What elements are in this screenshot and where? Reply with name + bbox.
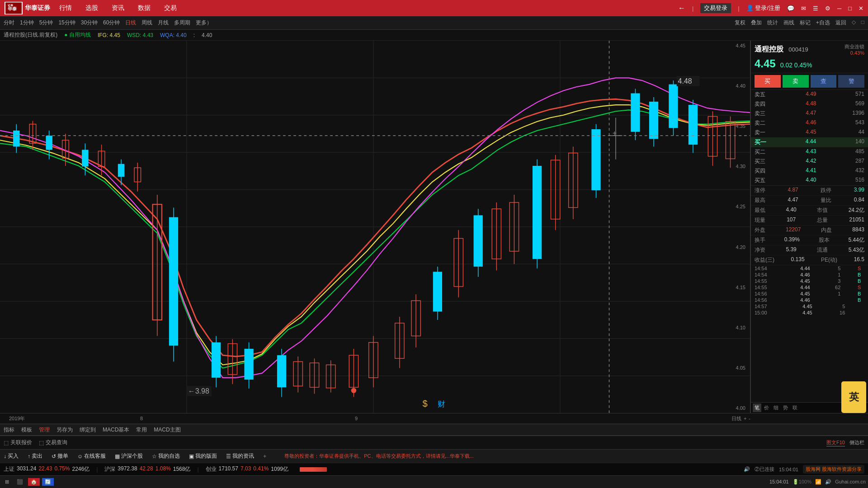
time-btn-60m[interactable]: 60分钟 — [103, 19, 120, 27]
buy5-vol: 516 — [837, 177, 864, 184]
sell3-price: 4.47 — [789, 110, 816, 117]
time-btn-more[interactable]: 更多） — [196, 19, 212, 27]
stock-code: 000419 — [788, 46, 808, 53]
sell-action[interactable]: ↑ 卖出 — [28, 452, 42, 460]
trade-query-icon: ⬚ — [39, 440, 44, 446]
tab-detail[interactable]: 细 — [772, 404, 780, 412]
query-button[interactable]: 查 — [811, 75, 837, 88]
f10-btn[interactable]: 图文F10 — [826, 439, 845, 446]
minimize-icon[interactable]: ─ — [837, 5, 841, 12]
ind-btn-indicator[interactable]: 指标 — [4, 426, 14, 434]
online-service-action[interactable]: ☺ 在线客服 — [77, 452, 106, 460]
zoom-minus[interactable]: - — [749, 416, 750, 421]
stock-header: 通程控股 000419 商业连锁 0.43% 4.45 0.02 0.45% — [751, 41, 868, 73]
fq-btn[interactable]: 复权 — [735, 19, 745, 27]
sidebar-btn[interactable]: 侧边栏 — [849, 439, 864, 446]
login-register-btn[interactable]: 👤 登录/注册 — [746, 4, 780, 12]
related-quote-btn[interactable]: ⬚ 关联报价 — [4, 439, 32, 446]
mark-btn[interactable]: 标记 — [800, 19, 811, 27]
nav-stock-pick[interactable]: 选股 — [85, 4, 98, 12]
ind-btn-template[interactable]: 模板 — [21, 426, 32, 434]
buy-action[interactable]: ↓ 买入 — [4, 452, 19, 460]
nav-news[interactable]: 资讯 — [112, 4, 124, 12]
nav-trade[interactable]: 交易 — [164, 4, 177, 12]
email-icon[interactable]: ✉ — [801, 5, 806, 12]
mid-vol: 140 — [855, 138, 864, 146]
settings-icon[interactable]: ⚙ — [825, 5, 830, 12]
tab-trend[interactable]: 势 — [781, 404, 790, 412]
ind-btn-manage[interactable]: 管理 — [39, 426, 50, 434]
time-btn-5m[interactable]: 5分钟 — [39, 19, 53, 27]
back-arrow[interactable]: ← — [678, 4, 685, 12]
svg-rect-80 — [631, 93, 640, 131]
colon: : — [193, 32, 195, 38]
add-action-btn[interactable]: + — [263, 453, 266, 460]
market-hushen: 沪深 3972.38 42.28 1.08% 1568亿 — [104, 465, 190, 473]
self-select-btn[interactable]: +自选 — [816, 19, 830, 27]
trade-row-0: 14:54 4.44 5 S — [751, 265, 868, 272]
tab-pen[interactable]: 笔 — [753, 404, 761, 412]
trade-query-label: 交易查询 — [46, 439, 67, 446]
mini-chart-bar — [300, 467, 327, 472]
buy5-price: 4.40 — [789, 177, 816, 184]
stock-stats-table: 涨停 4.87 跌停 3.99 最高 4.47 量比 0.84 最低 4.40 … — [751, 186, 868, 265]
alert-button[interactable]: 警 — [838, 75, 864, 88]
refresh-btn[interactable]: 🔄 — [42, 478, 54, 486]
app-logo[interactable]: 华泰 证券 华泰证券 — [5, 2, 50, 14]
ind-btn-bind[interactable]: 绑定到 — [80, 426, 96, 434]
wqa-val: WQA: 4.40 — [160, 32, 187, 38]
nav-market[interactable]: 行情 — [59, 4, 72, 12]
ob-mid: 买一 4.44 140 — [751, 137, 868, 147]
trade-login-btn[interactable]: 交易登录 — [700, 3, 731, 13]
buy5-label: 买五 — [755, 177, 768, 184]
stock-chart[interactable]: ←3.98 4.48 4.03 — [0, 41, 750, 413]
task-view-btn[interactable]: ⬛ — [14, 478, 26, 486]
sell-button[interactable]: 卖 — [783, 75, 809, 88]
overlay-btn[interactable]: 叠加 — [751, 19, 762, 27]
start-button[interactable]: ⊞ — [2, 478, 12, 486]
hushen-action[interactable]: ▦ 沪深个股 — [115, 452, 143, 460]
fall-limit-val: 3.99 — [854, 187, 864, 194]
tab-link[interactable]: 联 — [791, 404, 799, 412]
fall-limit-label: 跌停 — [821, 187, 831, 194]
close-icon[interactable]: ✕ — [859, 5, 863, 12]
sell3-vol: 1396 — [837, 110, 864, 117]
buy4-row: 买四 4.41 432 — [751, 166, 868, 176]
time-btn-1m[interactable]: 1分钟 — [20, 19, 34, 27]
trade-query-btn[interactable]: ⬚ 交易查询 — [39, 439, 67, 446]
mynews-action[interactable]: ☰ 我的资讯 — [226, 452, 254, 460]
curvol-label: 现量 — [755, 216, 765, 224]
draw-btn[interactable]: 画线 — [783, 19, 794, 27]
ind-btn-saveas[interactable]: 另存为 — [57, 426, 73, 434]
nav-data[interactable]: 数据 — [138, 4, 151, 12]
time-btn-15m[interactable]: 15分钟 — [58, 19, 75, 27]
float-val: 5.43亿 — [849, 246, 864, 254]
message-icon[interactable]: 💬 — [787, 5, 794, 12]
selfselect-action[interactable]: ☆ 我的自选 — [152, 452, 180, 460]
ind-btn-macd-main[interactable]: MACD主图 — [154, 426, 180, 434]
home-btn[interactable]: 🏠 — [28, 478, 40, 486]
time-btn-multi[interactable]: 多周期 — [174, 19, 190, 27]
stock-price-row: 4.45 0.02 0.45% — [755, 57, 864, 70]
stock-name: 通程控股 — [755, 45, 783, 53]
ind-btn-macd-basic[interactable]: MACD基本 — [103, 426, 129, 434]
time-btn-fenshi[interactable]: 分时 — [4, 19, 14, 27]
buy-button[interactable]: 买 — [755, 75, 781, 88]
maximize-icon[interactable]: □ — [848, 5, 852, 12]
cancel-action[interactable]: ↺ 撤单 — [52, 452, 68, 460]
ind-btn-common[interactable]: 常用 — [136, 426, 147, 434]
eps-val: 0.135 — [791, 256, 805, 264]
stats-btn[interactable]: 统计 — [767, 19, 778, 27]
back-btn[interactable]: 返回 — [835, 19, 846, 27]
expand-icon[interactable]: □ — [861, 19, 864, 27]
tab-price[interactable]: 价 — [762, 404, 771, 412]
time-btn-30m[interactable]: 30分钟 — [81, 19, 98, 27]
myboard-action[interactable]: ▣ 我的版面 — [189, 452, 217, 460]
taskbar-wifi: 📶 — [815, 479, 821, 484]
time-btn-monthly[interactable]: 月线 — [158, 19, 169, 27]
menu-icon[interactable]: ☰ — [813, 5, 818, 12]
zoom-plus[interactable]: + — [744, 416, 746, 421]
guhai-logo: 股海网 股海软件资源分享 — [803, 465, 864, 474]
time-btn-weekly[interactable]: 周线 — [142, 19, 152, 27]
time-btn-daily[interactable]: 日线 — [125, 19, 136, 27]
